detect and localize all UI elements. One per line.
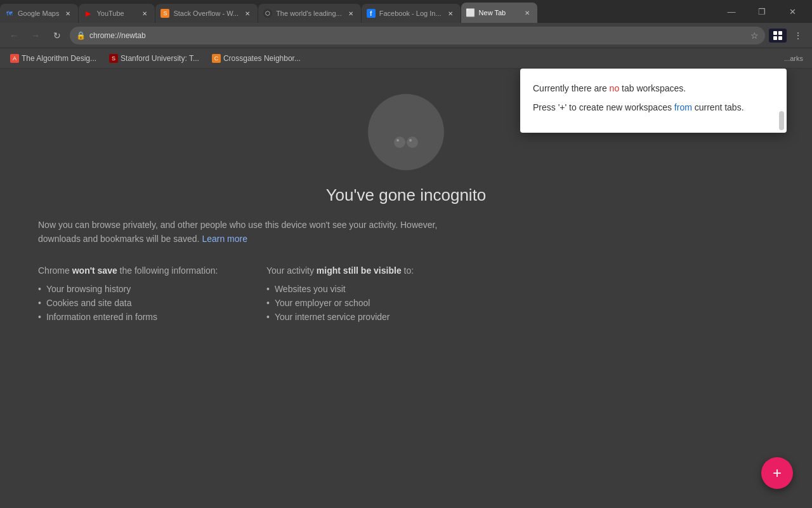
tab-maps-close-icon[interactable]: ✕ [63, 8, 73, 18]
isp-text: Your internet service provider [275, 312, 390, 322]
extensions-area: ⋮ [769, 27, 807, 44]
activity-intro-text: Your activity [266, 265, 317, 276]
activity-might-visible-text: might still be visible [317, 265, 402, 276]
incognito-page: You've gone incognito Now you can browse… [0, 69, 812, 508]
bookmark-stanford-title: Stanford University: T... [121, 54, 199, 63]
popup-scrollbar[interactable] [779, 111, 784, 130]
workspace-cell-3 [773, 36, 777, 40]
list-item-forms: Information entered in forms [38, 310, 254, 324]
fab-add-workspace-button[interactable]: + [761, 457, 793, 489]
maps-favicon-icon: 🗺 [5, 9, 14, 18]
activity-end-text: to: [402, 265, 414, 276]
address-bar[interactable]: 🔒 chrome://newtab ☆ [70, 27, 765, 44]
chrome-middle-text: the following information: [117, 265, 218, 276]
maximize-button[interactable]: ❐ [747, 2, 776, 21]
tab-github-title: The world's leading... [276, 10, 342, 17]
tab-maps[interactable]: 🗺 Google Maps ✕ [0, 4, 78, 23]
employer-text: Your employer or school [275, 298, 370, 308]
bookmark-star-icon[interactable]: ☆ [750, 30, 759, 41]
tab-stackoverflow[interactable]: S Stack Overflow - W... ✕ [155, 4, 258, 23]
bookmark-crossgates-icon: C [212, 54, 221, 63]
bookmark-crossgates[interactable]: C Crossgates Neighbor... [207, 52, 306, 65]
bookmarks-bar: A The Algorithm Desig... S Stanford Univ… [0, 48, 812, 69]
popup-no-highlight: no [610, 83, 620, 93]
chrome-wont-save-section: Chrome won't save the following informat… [38, 265, 254, 324]
incognito-title: You've gone incognito [38, 185, 774, 205]
stackoverflow-favicon-icon: S [160, 9, 169, 18]
tab-youtube-close-icon[interactable]: ✕ [140, 8, 150, 18]
activity-info-list: Websites you visit Your employer or scho… [266, 282, 482, 324]
svg-point-9 [409, 139, 412, 142]
forms-text: Information entered in forms [46, 312, 157, 322]
popup-from-highlight: from [674, 102, 692, 112]
tab-newtab-close-icon[interactable]: ✕ [522, 8, 532, 18]
workspace-cell-1 [773, 31, 777, 35]
websites-text: Websites you visit [275, 284, 346, 294]
popup-line2-before: Press '+' to create new workspaces [533, 102, 674, 112]
workspace-grid-icon [773, 31, 782, 40]
workspace-icon [769, 29, 787, 43]
popup-line1: Currently there are no tab workspaces. [533, 81, 774, 95]
tab-newtab-title: New Tab [479, 9, 518, 17]
tab-stackoverflow-close-icon[interactable]: ✕ [242, 8, 252, 18]
extensions-button[interactable]: ⋮ [789, 27, 807, 44]
close-button[interactable]: ✕ [778, 2, 807, 21]
chrome-info-list: Your browsing history Cookies and site d… [38, 282, 254, 324]
workspace-cell-2 [778, 31, 782, 35]
activity-section-title: Your activity might still be visible to: [266, 265, 482, 276]
bookmarks-more[interactable]: ...arks [780, 53, 807, 64]
list-item-websites: Websites you visit [266, 282, 482, 296]
incognito-hat-svg [381, 107, 431, 157]
svg-point-8 [396, 139, 399, 142]
newtab-favicon-icon: ⬜ [466, 8, 475, 17]
bookmark-algorithm[interactable]: A The Algorithm Desig... [5, 52, 102, 65]
tab-stackoverflow-title: Stack Overflow - W... [173, 10, 239, 17]
browsing-history-text: Your browsing history [46, 284, 131, 294]
reload-button[interactable]: ↻ [48, 27, 66, 44]
bookmark-algorithm-icon: A [10, 54, 19, 63]
workspace-popup: Currently there are no tab workspaces. P… [520, 69, 787, 133]
popup-line1-after: tab workspaces. [619, 83, 686, 93]
activity-visible-section: Your activity might still be visible to:… [266, 265, 482, 324]
chrome-section-title: Chrome won't save the following informat… [38, 265, 254, 276]
workspace-extension-button[interactable] [769, 27, 787, 44]
list-item-employer: Your employer or school [266, 296, 482, 310]
tab-github-close-icon[interactable]: ✕ [346, 8, 356, 18]
list-item-cookies: Cookies and site data [38, 296, 254, 310]
search-icon: 🔒 [76, 31, 86, 40]
tab-youtube-title: YouTube [96, 10, 136, 17]
fab-plus-icon: + [773, 464, 782, 482]
popup-line1-before: Currently there are [533, 83, 610, 93]
tabs-area: 🗺 Google Maps ✕ ▶ YouTube ✕ S Stack Over… [0, 0, 712, 23]
title-bar: 🗺 Google Maps ✕ ▶ YouTube ✕ S Stack Over… [0, 0, 812, 23]
tab-youtube[interactable]: ▶ YouTube ✕ [79, 4, 155, 23]
incognito-description: Now you can browse privately, and other … [38, 218, 469, 246]
bookmark-stanford[interactable]: S Stanford University: T... [104, 52, 204, 65]
workspace-cell-4 [778, 36, 782, 40]
tab-maps-title: Google Maps [18, 10, 59, 17]
learn-more-link[interactable]: Learn more [202, 234, 247, 244]
minimize-button[interactable]: — [717, 2, 746, 21]
svg-point-6 [407, 137, 418, 148]
list-item-browsing-history: Your browsing history [38, 282, 254, 296]
tab-facebook-title: Facebook - Log In... [379, 10, 442, 17]
bookmark-crossgates-title: Crossgates Neighbor... [223, 54, 301, 63]
tab-facebook[interactable]: f Facebook - Log In... ✕ [362, 4, 461, 23]
tab-newtab[interactable]: ⬜ New Tab ✕ [461, 3, 537, 23]
main-content: You've gone incognito Now you can browse… [0, 69, 812, 508]
cookies-text: Cookies and site data [46, 298, 132, 308]
list-item-isp: Your internet service provider [266, 310, 482, 324]
info-grid: Chrome won't save the following informat… [38, 265, 482, 324]
svg-rect-1 [395, 114, 417, 131]
github-favicon-icon: ⬡ [263, 9, 272, 18]
tab-facebook-close-icon[interactable]: ✕ [445, 8, 455, 18]
tab-github[interactable]: ⬡ The world's leading... ✕ [258, 4, 361, 23]
forward-button[interactable]: → [27, 27, 44, 44]
popup-line2-after: current tabs. [692, 102, 744, 112]
popup-line2: Press '+' to create new workspaces from … [533, 100, 774, 114]
youtube-favicon-icon: ▶ [84, 9, 93, 18]
incognito-icon [368, 94, 444, 170]
facebook-favicon-icon: f [367, 9, 376, 18]
back-button[interactable]: ← [5, 27, 23, 44]
bookmark-algorithm-title: The Algorithm Desig... [22, 54, 96, 63]
